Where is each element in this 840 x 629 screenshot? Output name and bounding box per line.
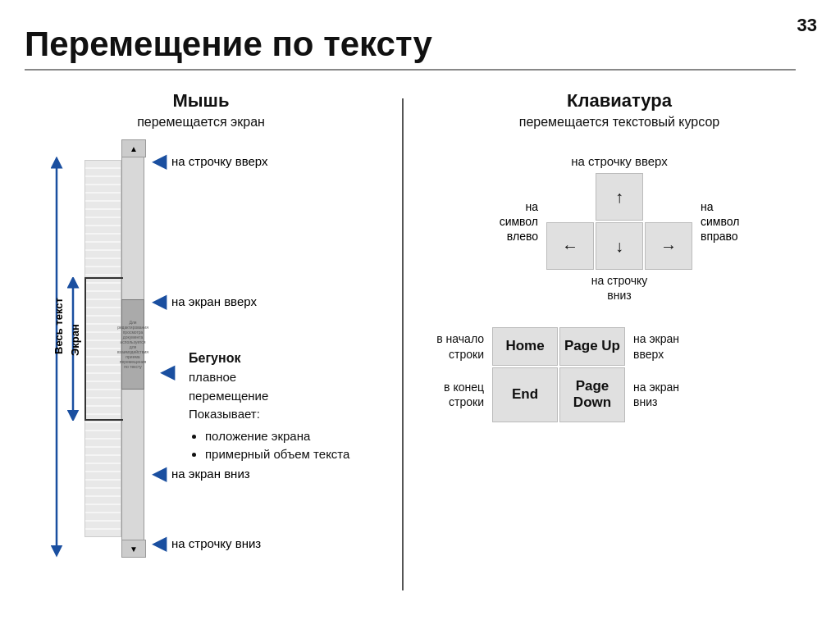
screen-label: Экран: [69, 324, 81, 356]
bullet-position: положение экрана: [205, 427, 361, 446]
beguknok-sub1: плавное: [189, 368, 361, 387]
bullet-volume: примерный объем текста: [205, 445, 361, 464]
key-end[interactable]: End: [492, 367, 558, 422]
left-label-2: символ: [500, 215, 538, 228]
annotation-string-up-text: на строчку вверх: [171, 154, 268, 168]
key-right[interactable]: →: [645, 222, 692, 270]
bottom-label-1: на строчку: [591, 274, 648, 287]
arrow-down-label: на строчку вниз: [418, 273, 820, 303]
page-up-right-label: на экран вверх: [625, 327, 699, 365]
screen-bracket: [84, 277, 123, 421]
mouse-section: Мышь перемещается экран Весь текст: [25, 90, 377, 574]
page-title: Перемещение по тексту: [25, 25, 796, 71]
key-page-up[interactable]: Page Up: [559, 327, 625, 365]
scroll-diagram: Весь текст Экран ▲ ▼ Для редактирования: [45, 139, 357, 574]
key-home[interactable]: Home: [492, 327, 558, 365]
key-left[interactable]: ←: [546, 222, 594, 270]
left-label-1: на: [525, 200, 538, 213]
keyboard-title: Клавиатура: [418, 90, 820, 112]
annotation-screen-down-text: на экран вниз: [171, 467, 250, 481]
text-height-arrow: [48, 156, 65, 558]
annotation-screen-down: ◀ на экран вниз: [152, 463, 250, 483]
beguknok-sub2: перемещение: [189, 387, 361, 406]
nav-row-2: в конец строки End Page Down на экран вн…: [418, 367, 820, 422]
arrow-screen-down-icon: ◀: [152, 463, 167, 483]
key-up[interactable]: ↑: [596, 173, 643, 221]
right-label-1: на: [701, 200, 714, 213]
arrow-right-label: на символ вправо: [701, 199, 739, 244]
arrow-string-up-icon: ◀: [152, 151, 167, 171]
arrow-left-label: на символ влево: [500, 199, 538, 244]
text-height-label: Весь текст: [52, 298, 65, 354]
shows-label: Показывает:: [189, 405, 361, 424]
section-divider: [402, 98, 404, 590]
keyboard-section: Клавиатура перемещается текстовый курсор…: [418, 90, 820, 424]
scrollbar-down-button[interactable]: ▼: [121, 540, 146, 558]
annotation-string-down: ◀ на строчку вниз: [152, 533, 261, 553]
nav-row-1: в начало строки Home Page Up на экран вв…: [418, 327, 820, 365]
right-label-3: вправо: [701, 230, 738, 243]
beguknok-annotation: ◀ Бегунок плавное перемещение Показывает…: [189, 349, 361, 464]
mouse-subtitle: перемещается экран: [25, 115, 377, 130]
right-label-2: символ: [701, 215, 739, 228]
scrollbar-up-button[interactable]: ▲: [121, 139, 146, 157]
scrollbar-thumb[interactable]: Для редактирования просмотра документа и…: [121, 299, 144, 390]
empty-cell-2: [645, 173, 692, 221]
arrow-up-label: на строчку вверх: [418, 154, 820, 168]
annotation-screen-up: ◀ на экран вверх: [152, 291, 257, 311]
arrow-keys-wrapper: на символ влево ↑ ← ↓ → на символ вправо: [418, 173, 820, 270]
key-page-down[interactable]: Page Down: [559, 367, 625, 422]
home-left-label: в начало строки: [418, 327, 492, 365]
arrow-screen-up-icon: ◀: [152, 291, 167, 311]
left-label-3: влево: [507, 230, 538, 243]
keyboard-subtitle: перемещается текстовый курсор: [418, 115, 820, 130]
nav-keys-table: в начало строки Home Page Up на экран вв…: [418, 327, 820, 422]
bottom-label-2: вниз: [607, 289, 631, 302]
arrow-keys-area: на строчку вверх на символ влево ↑ ← ↓ →: [418, 154, 820, 303]
page-down-right-label: на экран вниз: [625, 367, 699, 422]
annotation-string-down-text: на строчку вниз: [171, 536, 261, 550]
empty-cell-1: [546, 173, 594, 221]
page-number: 33: [797, 15, 817, 36]
annotation-screen-up-text: на экран вверх: [171, 294, 257, 308]
beguknok-title: Бегунок: [189, 349, 361, 368]
annotation-string-up: ◀ на строчку вверх: [152, 151, 268, 171]
end-left-label: в конец строки: [418, 367, 492, 422]
arrow-beguknok-icon: ◀: [160, 357, 175, 386]
key-down[interactable]: ↓: [596, 222, 643, 270]
arrow-string-down-icon: ◀: [152, 533, 167, 553]
arrow-keys-grid: ↑ ← ↓ →: [546, 173, 692, 270]
mouse-title: Мышь: [25, 90, 377, 112]
